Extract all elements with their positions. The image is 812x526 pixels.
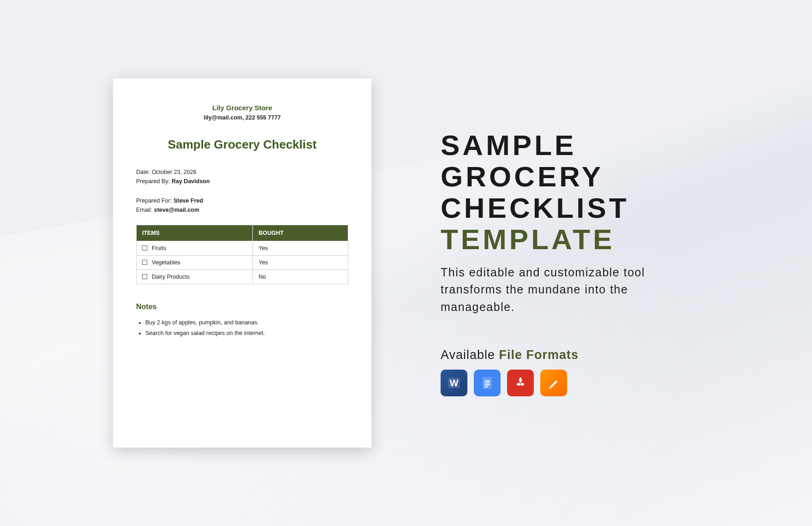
notes-heading: Notes xyxy=(136,303,348,311)
item-name: Vegetables xyxy=(152,259,180,266)
svg-rect-6 xyxy=(484,386,488,387)
table-row: Dairy Products No xyxy=(137,270,348,284)
word-icon[interactable]: W xyxy=(441,370,467,396)
svg-rect-4 xyxy=(484,383,490,383)
svg-text:W: W xyxy=(450,378,459,388)
note-item: Search for vegan salad recipes on the in… xyxy=(145,328,348,339)
headline-line-1: SAMPLE xyxy=(441,130,699,161)
email-label: Email: xyxy=(136,205,152,215)
checkbox-icon xyxy=(142,274,147,279)
table-row: Vegetables Yes xyxy=(137,256,348,270)
item-name: Dairy Products xyxy=(152,274,190,280)
item-bought: Yes xyxy=(253,241,348,256)
headline-line-3: CHECKLIST xyxy=(441,192,699,224)
formats-label-bold: File Formats xyxy=(499,348,579,362)
google-docs-icon[interactable] xyxy=(474,370,501,396)
date-label: Date: xyxy=(136,167,150,177)
promo-subtext: This editable and customizable tool tran… xyxy=(441,264,699,316)
notes-list: Buy 2 kgs of apples, pumpkin, and banana… xyxy=(136,317,348,338)
store-contact: lily@mail.com, 222 555 7777 xyxy=(136,114,348,121)
col-items-header: ITEMS xyxy=(137,225,253,241)
store-name: Lily Grocery Store xyxy=(136,104,348,112)
prepared-by-label: Prepared By: xyxy=(136,177,170,186)
checkbox-icon xyxy=(142,245,147,251)
main-container: Lily Grocery Store lily@mail.com, 222 55… xyxy=(113,78,699,448)
headline-line-2: GROCERY xyxy=(441,161,699,192)
formats-label-pre: Available xyxy=(441,348,499,362)
item-bought: No xyxy=(253,270,348,284)
headline-line-4: TEMPLATE xyxy=(441,224,699,255)
svg-rect-5 xyxy=(484,384,490,385)
item-bought: Yes xyxy=(253,256,348,270)
document-title: Sample Grocery Checklist xyxy=(136,137,348,152)
prepared-by-value: Ray Davidson xyxy=(172,177,210,186)
meta-block-1: Date: October 23, 2026 Prepared By: Ray … xyxy=(136,167,348,186)
svg-rect-3 xyxy=(484,380,490,381)
document-preview: Lily Grocery Store lily@mail.com, 222 55… xyxy=(113,78,371,448)
date-value: October 23, 2026 xyxy=(152,167,197,177)
headline: SAMPLE GROCERY CHECKLIST TEMPLATE xyxy=(441,130,699,256)
items-table: ITEMS BOUGHT Fruits Yes Vegetables Yes D… xyxy=(136,225,348,284)
prepared-for-label: Prepared For: xyxy=(136,196,172,205)
checkbox-icon xyxy=(142,260,147,265)
pages-icon[interactable] xyxy=(540,370,567,396)
note-item: Buy 2 kgs of apples, pumpkin, and banana… xyxy=(145,317,348,328)
col-bought-header: BOUGHT xyxy=(253,225,348,241)
table-row: Fruits Yes xyxy=(137,241,348,256)
info-panel: SAMPLE GROCERY CHECKLIST TEMPLATE This e… xyxy=(441,130,699,396)
email-value: steve@mail.com xyxy=(154,205,199,215)
item-name: Fruits xyxy=(152,245,166,251)
meta-block-2: Prepared For: Steve Fred Email: steve@ma… xyxy=(136,196,348,215)
prepared-for-value: Steve Fred xyxy=(173,196,203,205)
formats-label: Available File Formats xyxy=(441,348,699,362)
pdf-icon[interactable] xyxy=(507,370,534,396)
format-icons-row: W xyxy=(441,370,699,396)
